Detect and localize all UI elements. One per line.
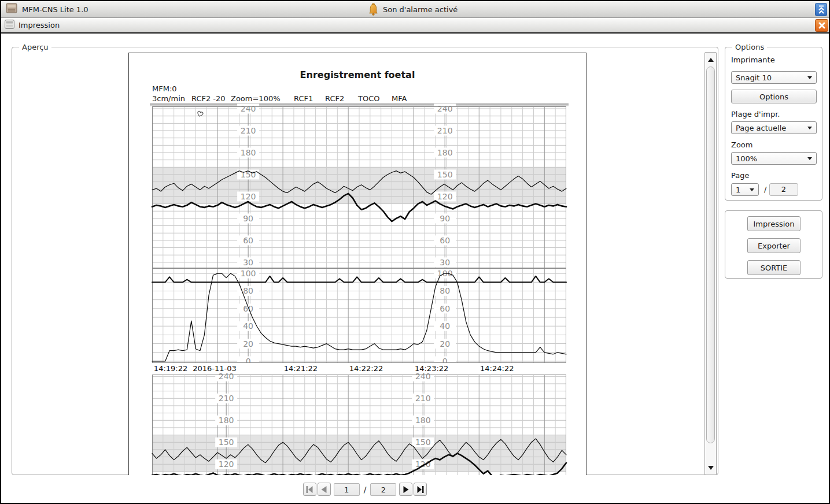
- svg-text:40: 40: [440, 321, 450, 331]
- app-icon: [6, 2, 17, 16]
- chevron-down-icon: [807, 127, 812, 129]
- chevron-down-icon: [750, 188, 754, 191]
- triangle-down-icon: [708, 466, 714, 470]
- app-title: MFM-CNS Lite 1.0: [22, 5, 88, 14]
- svg-text:180: 180: [415, 416, 431, 425]
- options-group: Options Imprimante Snagit 10 Options Pla…: [725, 47, 822, 201]
- fhr-chart-page2: 3030606090901201201501501801802102102402…: [152, 375, 566, 475]
- page-label: Page: [731, 171, 749, 180]
- svg-text:90: 90: [440, 214, 450, 223]
- page-row: 1 / 2: [731, 183, 818, 196]
- alarm-status: Son d'alarme activé: [368, 1, 458, 18]
- report-zoom-label: Zoom=100%: [231, 94, 281, 103]
- alarm-status-text: Son d'alarme activé: [383, 5, 458, 14]
- app-titlebar: MFM-CNS Lite 1.0 Son d'alarme activé: [1, 1, 829, 18]
- svg-text:40: 40: [243, 321, 253, 331]
- svg-text:100: 100: [241, 269, 256, 278]
- scrollbar-thumb[interactable]: [706, 66, 715, 443]
- svg-text:150: 150: [219, 438, 234, 447]
- chevron-down-icon: [807, 157, 812, 160]
- main-panel: Aperçu Enregistrement foetal MFM:0 3cm/m…: [1, 34, 829, 503]
- svg-text:210: 210: [219, 394, 234, 403]
- svg-text:150: 150: [437, 170, 453, 179]
- next-page-button[interactable]: [399, 483, 412, 496]
- mfm-value: MFM:0: [152, 84, 177, 93]
- double-chevron-up-icon: [817, 5, 825, 14]
- time-label: 14:19:22: [154, 364, 187, 373]
- printer-select-value: Snagit 10: [736, 73, 772, 82]
- skip-first-icon: [305, 486, 314, 494]
- svg-text:240: 240: [415, 372, 431, 381]
- svg-text:180: 180: [437, 148, 453, 157]
- svg-text:120: 120: [241, 192, 256, 201]
- collapse-window-button[interactable]: [815, 3, 827, 16]
- exit-button[interactable]: SORTIE: [747, 260, 801, 275]
- svg-text:80: 80: [440, 286, 450, 295]
- svg-text:60: 60: [243, 304, 253, 313]
- chevron-down-icon: [807, 76, 812, 79]
- time-label: 14:21:22: [284, 364, 318, 373]
- svg-text:240: 240: [437, 104, 453, 113]
- svg-text:210: 210: [437, 126, 453, 135]
- paper-speed-label: 3cm/min: [152, 94, 185, 103]
- total-pages-field[interactable]: 2: [370, 483, 396, 496]
- svg-text:30: 30: [440, 258, 450, 267]
- svg-text:120: 120: [437, 192, 453, 201]
- time-label: 14:22:22: [349, 364, 383, 373]
- printer-select[interactable]: Snagit 10: [731, 71, 817, 84]
- previous-page-button[interactable]: [318, 483, 331, 496]
- print-range-select-value: Page actuelle: [736, 124, 786, 132]
- dialog-titlebar: Impression: [1, 18, 829, 34]
- options-group-label: Options: [732, 43, 767, 51]
- scrollbar-down-button[interactable]: [705, 462, 716, 473]
- toco-chart-page1: 002020404060608080100100: [152, 268, 566, 363]
- first-page-button[interactable]: [303, 483, 316, 496]
- svg-text:20: 20: [440, 339, 450, 349]
- close-button[interactable]: [815, 19, 828, 32]
- print-button[interactable]: Impression: [747, 216, 801, 231]
- dialog-window-icon: [5, 20, 14, 31]
- zoom-select[interactable]: 100%: [731, 152, 817, 165]
- triangle-up-icon: [708, 58, 714, 62]
- printer-label: Imprimante: [731, 55, 775, 64]
- page-select-value: 1: [736, 186, 740, 194]
- svg-text:60: 60: [440, 236, 450, 245]
- page-navigator: 1 / 2: [12, 483, 718, 496]
- report-title: Enregistrement foetal: [129, 69, 586, 80]
- svg-text:80: 80: [243, 286, 253, 295]
- page-select[interactable]: 1: [731, 183, 759, 196]
- dialog-title: Impression: [19, 21, 60, 29]
- next-icon: [401, 486, 411, 494]
- svg-text:210: 210: [415, 394, 431, 403]
- skip-last-icon: [416, 486, 425, 494]
- svg-text:180: 180: [219, 416, 234, 425]
- preview-page: Enregistrement foetal MFM:0 3cm/min RCF2…: [128, 53, 586, 475]
- svg-text:120: 120: [415, 459, 431, 469]
- previous-icon: [319, 486, 329, 494]
- svg-text:90: 90: [243, 214, 253, 223]
- svg-text:20: 20: [243, 339, 253, 349]
- printer-options-button[interactable]: Options: [731, 90, 817, 103]
- close-icon: [818, 21, 826, 29]
- svg-text:210: 210: [241, 126, 256, 135]
- svg-text:60: 60: [243, 236, 253, 245]
- page-divider: /: [364, 485, 367, 494]
- time-axis-row: 14:19:222016-11-0314:21:2214:22:2214:23:…: [152, 363, 566, 375]
- svg-text:240: 240: [219, 372, 234, 381]
- zoom-select-value: 100%: [736, 154, 757, 163]
- rcf2-offset-label: RCF2 -20: [191, 94, 226, 103]
- last-page-button[interactable]: [414, 483, 427, 496]
- preview-scrollbar: [704, 52, 717, 475]
- scrollbar-up-button[interactable]: [705, 54, 716, 65]
- print-range-select[interactable]: Page actuelle: [731, 121, 817, 134]
- current-page-field[interactable]: 1: [334, 483, 360, 496]
- time-label: 14:24:22: [480, 364, 514, 373]
- export-button[interactable]: Exporter: [747, 238, 801, 253]
- print-range-label: Plage d'impr.: [731, 110, 780, 118]
- page-separator: /: [764, 185, 766, 194]
- fhr-chart-page1: 3030606090901201201501501801802102102402…: [152, 106, 566, 268]
- svg-text:60: 60: [440, 304, 450, 313]
- app-window: MFM-CNS Lite 1.0 Son d'alarme activé: [0, 0, 830, 504]
- svg-text:30: 30: [243, 258, 253, 267]
- page-total-field[interactable]: 2: [769, 183, 798, 196]
